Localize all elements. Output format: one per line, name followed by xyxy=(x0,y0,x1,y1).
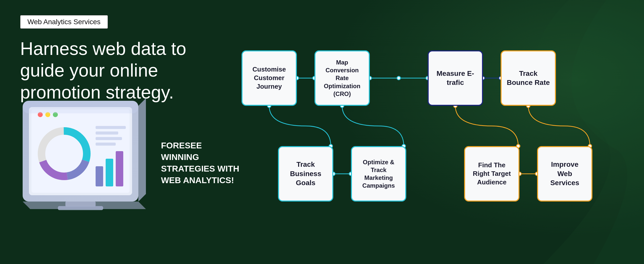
card-bounce-label: Track Bounce Rate xyxy=(507,69,550,87)
foresee-tagline: FORESEE WINNING STRATEGIES WITH WEB ANAL… xyxy=(161,140,242,186)
card-measure-label: Measure E-trafic xyxy=(434,69,477,87)
card-track-biz-goals: Track Business Goals xyxy=(278,146,333,202)
service-badge: Web Analytics Services xyxy=(20,15,108,29)
svg-rect-15 xyxy=(106,159,113,186)
svg-rect-18 xyxy=(96,131,118,135)
card-customise-label: Customise Customer Journey xyxy=(248,65,291,91)
card-biz-label: Track Business Goals xyxy=(284,160,327,187)
svg-rect-19 xyxy=(96,137,122,140)
card-map-label: Map Conversion Rate Optimization (CRO) xyxy=(320,58,364,98)
svg-rect-21 xyxy=(23,101,138,113)
card-audience-label: Find The Right Target Audience xyxy=(470,161,513,186)
card-map-conversion: Map Conversion Rate Optimization (CRO) xyxy=(314,50,370,106)
card-optimize-label: Optimize & Track Marketing Campaigns xyxy=(357,158,400,190)
flow-diagram: Customise Customer Journey Map Conversio… xyxy=(242,50,629,242)
svg-point-13 xyxy=(50,140,78,168)
badge-label: Web Analytics Services xyxy=(27,18,101,26)
svg-rect-20 xyxy=(96,143,116,146)
svg-rect-14 xyxy=(96,166,103,186)
card-improve-web: Improve Web Services xyxy=(537,146,592,202)
card-improve-label: Improve Web Services xyxy=(543,160,586,187)
card-measure-etrafic: Measure E-trafic xyxy=(428,50,483,106)
card-optimize-marketing: Optimize & Track Marketing Campaigns xyxy=(351,146,406,202)
card-customise-journey: Customise Customer Journey xyxy=(242,50,297,106)
card-track-bounce: Track Bounce Rate xyxy=(501,50,556,106)
svg-rect-16 xyxy=(116,151,123,186)
card-target-audience: Find The Right Target Audience xyxy=(464,146,519,202)
svg-point-27 xyxy=(397,76,400,80)
svg-rect-17 xyxy=(96,126,126,129)
monitor-illustration xyxy=(15,86,146,227)
svg-rect-5 xyxy=(31,110,130,193)
content-wrapper: Web Analytics Services Harness web data … xyxy=(0,0,644,264)
